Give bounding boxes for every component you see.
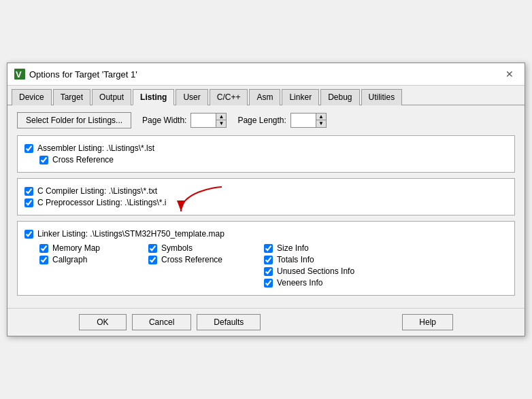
memory-map-label: Memory Map: [52, 243, 100, 253]
linker-col1: Memory Map Callgraph: [24, 241, 133, 290]
assembler-cross-reference-row: Cross Reference: [39, 155, 508, 164]
unused-sections-label: Unused Sections Info: [277, 266, 354, 276]
callgraph-row: Callgraph: [39, 255, 133, 264]
title-bar-left: V Options for Target 'Target 1': [14, 69, 137, 80]
assembler-cross-reference-checkbox[interactable]: [39, 156, 48, 164]
size-info-checkbox[interactable]: [264, 244, 273, 253]
defaults-button[interactable]: Defaults: [197, 314, 261, 330]
tab-utilities[interactable]: Utilities: [361, 89, 403, 105]
linker-section: Linker Listing: .\Listings\STM32H750_tem…: [17, 221, 515, 296]
symbols-checkbox[interactable]: [148, 244, 157, 253]
cross-reference-label: Cross Reference: [161, 255, 222, 264]
c-compiler-label: C Compiler Listing: .\Listings\*.txt: [37, 186, 157, 196]
compiler-section: C Compiler Listing: .\Listings\*.txt C P…: [17, 178, 515, 215]
help-button[interactable]: Help: [402, 314, 453, 330]
tab-user[interactable]: User: [176, 89, 207, 105]
c-preprocessor-label: C Preprocessor Listing: .\Listings\*.i: [37, 198, 166, 207]
ok-button[interactable]: OK: [79, 314, 127, 330]
unused-sections-checkbox[interactable]: [264, 267, 273, 276]
page-length-group: Page Length: 66 ▲ ▼: [237, 113, 326, 128]
totals-info-label: Totals Info: [277, 255, 314, 264]
page-length-up[interactable]: ▲: [316, 114, 326, 120]
dialog-title: Options for Target 'Target 1': [29, 69, 137, 80]
totals-info-row: Totals Info: [264, 255, 508, 264]
callgraph-checkbox[interactable]: [39, 256, 48, 264]
veneers-info-row: Veneers Info: [264, 278, 508, 288]
svg-text:V: V: [16, 69, 22, 80]
page-length-input[interactable]: 66: [291, 114, 316, 126]
page-width-up[interactable]: ▲: [216, 114, 226, 120]
bottom-bar: OK Cancel Defaults Help: [7, 308, 525, 336]
page-width-arrows: ▲ ▼: [216, 114, 226, 127]
tab-cpp[interactable]: C/C++: [210, 89, 248, 105]
callgraph-label: Callgraph: [52, 255, 87, 264]
app-icon: V: [14, 69, 25, 80]
c-compiler-checkbox[interactable]: [24, 187, 33, 196]
veneers-info-checkbox[interactable]: [264, 279, 273, 288]
c-preprocessor-checkbox[interactable]: [24, 198, 33, 207]
page-length-label: Page Length:: [237, 116, 286, 125]
tab-output[interactable]: Output: [92, 89, 131, 105]
linker-listing-label: Linker Listing: .\Listings\STM32H750_tem…: [37, 229, 225, 239]
size-info-label: Size Info: [277, 243, 309, 253]
page-length-arrows: ▲ ▼: [316, 114, 326, 127]
totals-info-checkbox[interactable]: [264, 256, 273, 264]
page-width-label: Page Width:: [142, 116, 186, 125]
size-info-row: Size Info: [264, 243, 508, 253]
tabs-bar: Device Target Output Listing User C/C++ …: [7, 86, 525, 105]
symbols-label: Symbols: [161, 243, 193, 253]
assembler-listing-row: Assembler Listing: .\Listings\*.lst: [24, 143, 508, 153]
unused-sections-row: Unused Sections Info: [264, 266, 508, 276]
linker-col3: Size Info Totals Info Unused Sections In…: [249, 241, 508, 290]
tab-target[interactable]: Target: [53, 89, 90, 105]
c-preprocessor-row: C Preprocessor Listing: .\Listings\*.i: [24, 198, 508, 207]
close-button[interactable]: ✕: [501, 67, 518, 81]
page-length-down[interactable]: ▼: [316, 120, 326, 127]
tab-asm[interactable]: Asm: [249, 89, 280, 105]
assembler-cross-reference-label: Cross Reference: [52, 155, 114, 164]
memory-map-checkbox[interactable]: [39, 244, 48, 253]
assembler-listing-checkbox[interactable]: [24, 144, 33, 153]
page-width-down[interactable]: ▼: [216, 120, 226, 127]
linker-options-grid: Memory Map Callgraph Symbols Cro: [24, 241, 508, 290]
dialog-window: V Options for Target 'Target 1' ✕ Device…: [7, 63, 525, 336]
assembler-section: Assembler Listing: .\Listings\*.lst Cros…: [17, 135, 515, 173]
page-width-group: Page Width: 79 ▲ ▼: [142, 113, 227, 128]
tab-debug[interactable]: Debug: [320, 89, 359, 105]
page-length-spinner: 66 ▲ ▼: [290, 113, 327, 128]
c-compiler-row: C Compiler Listing: .\Listings\*.txt: [24, 186, 508, 196]
cross-reference-checkbox[interactable]: [148, 256, 157, 264]
tab-listing[interactable]: Listing: [133, 89, 174, 105]
select-folder-button[interactable]: Select Folder for Listings...: [17, 112, 131, 128]
page-width-spinner: 79 ▲ ▼: [190, 113, 227, 128]
assembler-listing-label: Assembler Listing: .\Listings\*.lst: [37, 143, 154, 153]
cross-reference-row: Cross Reference: [148, 255, 249, 264]
linker-col2: Symbols Cross Reference: [133, 241, 249, 290]
title-bar: V Options for Target 'Target 1' ✕: [7, 63, 525, 86]
tab-linker[interactable]: Linker: [282, 89, 319, 105]
top-toolbar: Select Folder for Listings... Page Width…: [17, 112, 515, 128]
page-width-input[interactable]: 79: [191, 114, 216, 126]
memory-map-row: Memory Map: [39, 243, 133, 253]
linker-listing-row: Linker Listing: .\Listings\STM32H750_tem…: [24, 229, 508, 239]
content-area: Select Folder for Listings... Page Width…: [7, 105, 525, 308]
symbols-row: Symbols: [148, 243, 249, 253]
cancel-button[interactable]: Cancel: [132, 314, 191, 330]
tab-device[interactable]: Device: [12, 89, 52, 105]
linker-listing-checkbox[interactable]: [24, 230, 33, 239]
veneers-info-label: Veneers Info: [277, 278, 322, 288]
